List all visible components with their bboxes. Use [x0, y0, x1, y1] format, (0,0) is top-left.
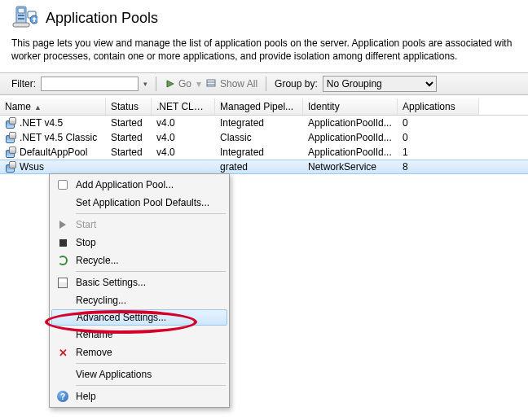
- page-title: Application Pools: [46, 10, 158, 27]
- cell-identity: ApplicationPoolId...: [303, 147, 398, 158]
- filter-input[interactable]: [41, 77, 139, 91]
- menu-label: Help: [74, 391, 227, 402]
- start-icon: [59, 221, 66, 229]
- col-apps[interactable]: Applications: [398, 98, 479, 115]
- menu-label: Remove: [74, 347, 227, 358]
- svg-rect-2: [18, 15, 24, 16]
- groupby-label: Group by:: [275, 78, 318, 90]
- menu-label: View Applications: [74, 369, 227, 380]
- svg-rect-7: [207, 80, 215, 86]
- menu-label: Basic Settings...: [74, 277, 227, 288]
- cell-status: Started: [106, 147, 152, 158]
- cell-apps: 8: [398, 161, 479, 173]
- cell-clr: v4.0: [152, 132, 215, 143]
- col-name[interactable]: Name▲: [0, 98, 106, 115]
- col-pipeline[interactable]: Managed Pipel...: [215, 98, 303, 115]
- menu-label: Set Application Pool Defaults...: [74, 197, 227, 208]
- help-icon: ?: [57, 391, 68, 402]
- svg-rect-4: [13, 23, 29, 27]
- cell-identity: NetworkService: [303, 161, 398, 173]
- pool-icon: [5, 161, 16, 173]
- menu-label: Stop: [74, 237, 227, 248]
- table-row[interactable]: .NET v4.5 ClassicStartedv4.0ClassicAppli…: [0, 130, 528, 145]
- menu-item-viewapps[interactable]: View Applications: [51, 365, 227, 383]
- cell-clr: v4.0: [152, 117, 215, 129]
- table-row[interactable]: WsusgratedNetworkService8: [0, 160, 528, 174]
- grid-header[interactable]: Name▲ Status .NET CLR V... Managed Pipel…: [0, 98, 528, 116]
- col-status[interactable]: Status: [106, 98, 152, 115]
- cell-clr: v4.0: [152, 147, 215, 158]
- stop-icon: [59, 239, 67, 247]
- basic-icon: [58, 278, 68, 288]
- groupby-select[interactable]: No Grouping: [323, 76, 437, 92]
- svg-rect-1: [18, 8, 24, 13]
- cell-apps: 1: [398, 147, 479, 158]
- menu-label: Start: [74, 219, 227, 230]
- menu-label: Recycle...: [74, 255, 227, 266]
- pool-icon: [5, 132, 16, 143]
- col-identity[interactable]: Identity: [303, 98, 398, 115]
- table-row[interactable]: .NET v4.5Startedv4.0IntegratedApplicatio…: [0, 116, 528, 130]
- cell-pipeline: Integrated: [215, 117, 303, 129]
- pool-icon: [5, 117, 16, 129]
- menu-item-rename[interactable]: Rename: [51, 326, 227, 343]
- cell-identity: ApplicationPoolId...: [303, 117, 398, 129]
- cell-pipeline: grated: [215, 161, 303, 173]
- pool-icon: [5, 147, 16, 158]
- go-button[interactable]: Go: [165, 78, 191, 90]
- grid-body: .NET v4.5Startedv4.0IntegratedApplicatio…: [0, 116, 528, 174]
- page-description: This page lets you view and manage the l…: [0, 37, 528, 72]
- cell-pipeline: Classic: [215, 132, 303, 143]
- svg-rect-3: [18, 18, 24, 20]
- menu-item-start: Start: [51, 216, 227, 234]
- cell-apps: 0: [398, 132, 479, 143]
- menu-label: Advanced Settings...: [75, 312, 227, 323]
- cell-name: .NET v4.5: [20, 117, 63, 129]
- add-icon: [56, 178, 69, 191]
- menu-item-stop[interactable]: Stop: [51, 234, 227, 252]
- menu-item-remove[interactable]: ✕Remove: [51, 343, 227, 361]
- cell-status: Started: [106, 117, 152, 129]
- menu-item-help[interactable]: ?Help: [51, 387, 227, 405]
- cell-pipeline: Integrated: [215, 147, 303, 158]
- cell-name: DefaultAppPool: [20, 147, 87, 158]
- menu-item-defaults[interactable]: Set Application Pool Defaults...: [51, 194, 227, 212]
- menu-item-advanced[interactable]: Advanced Settings...: [51, 309, 227, 326]
- menu-item-recycle[interactable]: Recycle...: [51, 252, 227, 269]
- recycle-icon: [57, 255, 68, 266]
- cell-identity: ApplicationPoolId...: [303, 132, 398, 143]
- remove-icon: ✕: [59, 348, 68, 358]
- col-clr[interactable]: .NET CLR V...: [152, 98, 215, 115]
- context-menu: Add Application Pool...Set Application P…: [49, 173, 230, 408]
- cell-apps: 0: [398, 117, 479, 129]
- cell-name: .NET v4.5 Classic: [20, 132, 97, 143]
- cell-name: Wsus: [20, 161, 44, 173]
- menu-label: Recycling...: [74, 295, 227, 306]
- filter-label: Filter:: [11, 78, 36, 90]
- menu-label: Rename: [74, 329, 227, 340]
- cell-status: Started: [106, 132, 152, 143]
- app-pools-icon: [11, 5, 37, 31]
- menu-item-add[interactable]: Add Application Pool...: [51, 176, 227, 194]
- menu-item-recycling[interactable]: Recycling...: [51, 291, 227, 309]
- showall-button[interactable]: Show All: [206, 78, 257, 90]
- toolbar: Filter: ▾ Go ▾ Show All Group by: No Gro…: [0, 72, 528, 95]
- table-row[interactable]: DefaultAppPoolStartedv4.0IntegratedAppli…: [0, 145, 528, 160]
- menu-item-basic[interactable]: Basic Settings...: [51, 273, 227, 291]
- menu-label: Add Application Pool...: [74, 179, 227, 190]
